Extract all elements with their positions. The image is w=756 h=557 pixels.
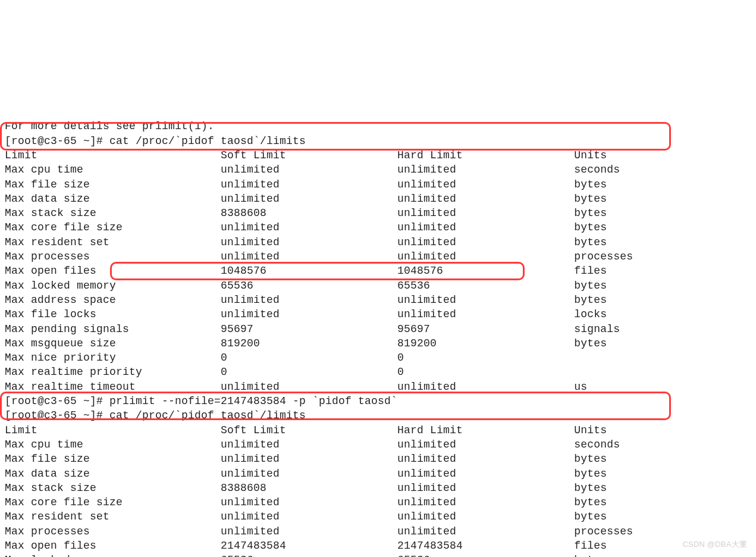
watermark: CSDN @DBA大董 — [682, 539, 747, 550]
terminal-output: For more details see prlimit(1). [root@c… — [5, 119, 751, 557]
